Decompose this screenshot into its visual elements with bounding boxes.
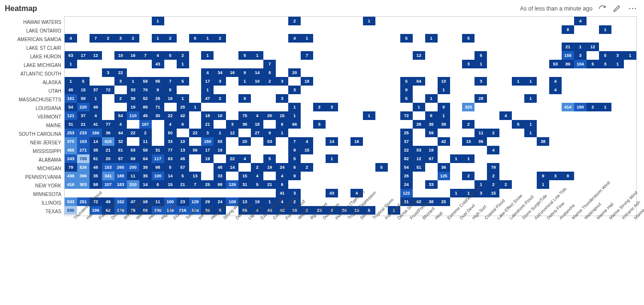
heatmap-cell[interactable]: 8 [425,111,438,120]
heatmap-cell[interactable]: 64 [139,154,152,163]
heatmap-cell[interactable] [624,25,636,34]
heatmap-cell[interactable] [413,94,425,103]
heatmap-cell[interactable] [624,180,636,189]
heatmap-cell[interactable]: 7 [90,34,102,43]
heatmap-cell[interactable] [226,103,238,111]
heatmap-cell[interactable] [574,77,587,86]
heatmap-cell[interactable]: 3 [114,34,127,43]
heatmap-cell[interactable] [438,25,450,34]
heatmap-cell[interactable] [524,43,537,51]
heatmap-cell[interactable] [537,25,549,34]
heatmap-cell[interactable]: 2 [214,34,226,43]
heatmap-cell[interactable] [587,34,599,43]
heatmap-cell[interactable]: 4 [114,120,127,129]
heatmap-cell[interactable] [301,17,313,25]
heatmap-cell[interactable]: 12 [90,51,102,60]
heatmap-cell[interactable] [499,103,512,111]
heatmap-cell[interactable] [338,103,350,111]
heatmap-cell[interactable] [251,17,263,25]
heatmap-cell[interactable] [288,94,301,103]
heatmap-cell[interactable] [152,43,164,51]
heatmap-cell[interactable] [201,43,214,51]
heatmap-cell[interactable] [611,154,624,163]
heatmap-cell[interactable]: 1 [425,94,438,103]
heatmap-cell[interactable]: 150 [201,137,214,146]
heatmap-cell[interactable]: 705 [77,154,90,163]
heatmap-cell[interactable]: 5 [177,172,189,180]
heatmap-cell[interactable] [313,172,326,180]
heatmap-cell[interactable] [438,34,450,43]
heatmap-cell[interactable]: 22 [127,129,139,137]
heatmap-cell[interactable] [599,68,611,77]
heatmap-cell[interactable]: 2 [288,17,301,25]
heatmap-cell[interactable] [263,94,276,103]
heatmap-cell[interactable] [251,103,263,111]
heatmap-cell[interactable] [624,146,636,154]
heatmap-cell[interactable] [499,25,512,34]
heatmap-cell[interactable]: 220 [77,103,90,111]
heatmap-cell[interactable]: 2 [462,120,475,129]
heatmap-cell[interactable]: 17 [201,146,214,154]
heatmap-cell[interactable]: 20 [238,137,251,146]
heatmap-cell[interactable] [102,94,114,103]
heatmap-cell[interactable] [624,154,636,163]
heatmap-cell[interactable]: 1 [524,94,537,103]
heatmap-cell[interactable] [512,137,524,146]
heatmap-cell[interactable] [238,86,251,94]
heatmap-cell[interactable] [375,180,388,189]
heatmap-cell[interactable]: 1 [152,17,164,25]
heatmap-cell[interactable] [587,163,599,172]
heatmap-cell[interactable] [77,25,90,34]
heatmap-cell[interactable] [65,25,77,34]
heatmap-cell[interactable] [475,111,487,120]
heatmap-cell[interactable]: 20 [288,68,301,77]
heatmap-cell[interactable]: 31 [65,120,77,129]
heatmap-cell[interactable] [524,163,537,172]
heatmap-cell[interactable] [189,68,202,77]
heatmap-cell[interactable] [90,68,102,77]
heatmap-cell[interactable] [475,34,487,43]
heatmap-cell[interactable] [350,94,363,103]
heatmap-cell[interactable] [326,43,338,51]
heatmap-cell[interactable]: 54 [400,163,413,172]
heatmap-cell[interactable]: 110 [127,111,139,120]
heatmap-cell[interactable]: 44 [114,129,127,137]
heatmap-cell[interactable] [512,94,524,103]
heatmap-cell[interactable]: 42 [177,111,189,120]
heatmap-cell[interactable] [164,60,177,68]
heatmap-cell[interactable]: 16 [226,68,238,77]
heatmap-cell[interactable]: 3 [102,68,114,77]
heatmap-cell[interactable] [624,137,636,146]
heatmap-cell[interactable]: 1 [189,103,202,111]
heatmap-cell[interactable]: 82 [400,154,413,163]
heatmap-cell[interactable] [499,51,512,60]
heatmap-cell[interactable] [375,60,388,68]
heatmap-cell[interactable]: 45 [139,111,152,120]
heatmap-cell[interactable]: 20 [102,154,114,163]
heatmap-cell[interactable] [450,137,463,146]
heatmap-cell[interactable] [413,60,425,68]
heatmap-cell[interactable] [487,34,499,43]
heatmap-cell[interactable] [450,25,463,34]
heatmap-cell[interactable] [388,129,400,137]
heatmap-cell[interactable] [313,60,326,68]
heatmap-cell[interactable] [388,25,400,34]
heatmap-cell[interactable]: 1 [599,103,611,111]
heatmap-cell[interactable] [127,189,139,197]
heatmap-cell[interactable] [189,17,202,25]
heatmap-cell[interactable]: 1 [413,103,425,111]
heatmap-cell[interactable] [90,77,102,86]
heatmap-cell[interactable] [301,120,313,129]
heatmap-cell[interactable] [201,60,214,68]
heatmap-cell[interactable] [537,163,549,172]
heatmap-cell[interactable] [450,146,463,154]
heatmap-cell[interactable] [499,17,512,25]
heatmap-cell[interactable]: 9 [537,172,549,180]
heatmap-cell[interactable] [127,137,139,146]
heatmap-cell[interactable] [326,34,338,43]
heatmap-cell[interactable]: 455 [65,146,77,154]
heatmap-cell[interactable]: 19 [251,197,263,206]
heatmap-cell[interactable] [562,77,574,86]
heatmap-cell[interactable] [326,180,338,189]
heatmap-cell[interactable]: 5 [251,180,263,189]
